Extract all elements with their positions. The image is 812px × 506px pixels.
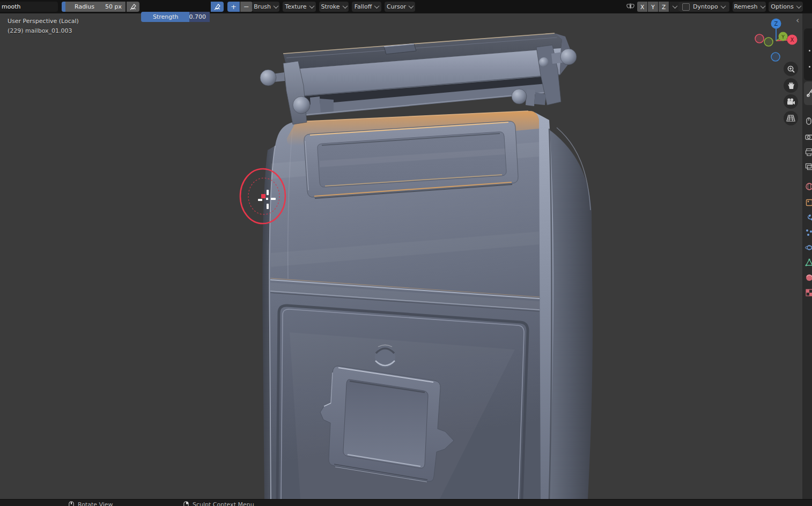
camera-view-button[interactable] <box>784 94 798 109</box>
cursor-menu[interactable]: Cursor <box>385 2 415 12</box>
symmetry-z-label: Z <box>662 4 666 10</box>
properties-editor-type-button[interactable] <box>804 28 812 80</box>
status-bar: Rotate View Sculpt Context Menu <box>0 499 812 506</box>
properties-tab-view-layer-icon[interactable] <box>804 162 812 172</box>
mailbox-body <box>260 33 593 499</box>
movie-camera-icon <box>786 98 795 106</box>
mailbox-model <box>0 13 812 499</box>
strength-value: 0.700 <box>189 13 206 20</box>
properties-tab-render-icon[interactable] <box>804 132 812 142</box>
stroke-menu[interactable]: Stroke <box>319 2 349 12</box>
dot-icon <box>809 50 810 51</box>
properties-tab-modifiers-wrench-icon[interactable] <box>804 213 812 222</box>
symmetry-y-toggle[interactable]: Y <box>648 2 658 12</box>
properties-tab-material-icon[interactable] <box>804 273 812 282</box>
mail-slot-plaque <box>304 121 518 198</box>
statusbar-rotate-view-hint: Rotate View <box>69 501 113 506</box>
stroke-menu-label: Stroke <box>321 3 339 10</box>
properties-tab-object-data-icon[interactable] <box>804 258 812 267</box>
navigation-gizmo[interactable]: Y Z X <box>752 16 802 65</box>
gizmo-axis-negative-x[interactable] <box>755 34 764 43</box>
toggle-orthographic-button[interactable] <box>784 111 798 125</box>
chevron-down-icon <box>672 3 677 9</box>
falloff-menu[interactable]: Falloff <box>352 2 381 12</box>
magnifier-plus-icon <box>787 65 795 73</box>
dyntopo-label: Dyntopo <box>693 3 718 10</box>
gizmo-axis-negative-z[interactable] <box>771 53 780 61</box>
chevron-down-icon <box>796 3 801 9</box>
properties-editor-tab-strip[interactable] <box>802 13 812 499</box>
remesh-menu[interactable]: Remesh <box>733 2 766 12</box>
chevron-down-icon <box>342 3 348 9</box>
chevron-down-icon <box>409 3 414 9</box>
properties-tab-tool-icon[interactable] <box>804 116 812 126</box>
viewport-overlay-object-name: (229) mailbox_01.003 <box>8 27 72 34</box>
dyntopo-menu[interactable]: Dyntopo <box>678 2 729 12</box>
mouse-middle-button-icon <box>69 501 74 506</box>
stylus-pressure-icon <box>213 3 221 11</box>
texture-menu-label: Texture <box>285 3 306 10</box>
strength-decrease-button[interactable]: − <box>240 2 253 12</box>
options-label: Options <box>771 3 793 10</box>
chevron-down-icon <box>273 3 278 9</box>
chevron-down-icon <box>309 3 314 9</box>
symmetry-y-label: Y <box>651 4 654 10</box>
properties-tab-active-tool[interactable] <box>804 81 812 105</box>
pan-view-button[interactable] <box>784 78 798 93</box>
strength-pressure-toggle[interactable] <box>211 2 224 12</box>
gizmo-z-label: Z <box>774 21 778 27</box>
mouse-right-button-icon <box>183 501 189 506</box>
texture-menu[interactable]: Texture <box>283 2 316 12</box>
properties-tab-texture-checker-icon[interactable] <box>804 288 812 297</box>
options-menu[interactable]: Options <box>769 2 803 12</box>
symmetry-x-label: X <box>640 4 644 10</box>
door-label-plate <box>320 366 454 482</box>
dyntopo-checkbox[interactable] <box>682 3 690 11</box>
chevron-down-icon <box>374 3 380 9</box>
brush-menu[interactable]: Brush <box>252 2 279 12</box>
strength-slider[interactable]: Strength 0.700 <box>141 12 210 22</box>
dot-icon <box>809 66 810 68</box>
sculpt-context-menu-label: Sculpt Context Menu <box>193 501 254 506</box>
properties-tab-particles-icon[interactable] <box>804 228 812 237</box>
gizmo-axis-negative-y[interactable] <box>764 38 773 46</box>
zoom-tool-button[interactable] <box>784 62 798 76</box>
blender-sculpt-mode-screen: { "header": { "brush_name_field": { "val… <box>0 0 812 506</box>
3d-viewport[interactable]: User Perspective (Local) (229) mailbox_0… <box>0 13 812 499</box>
strength-increase-button[interactable]: + <box>227 2 240 12</box>
strength-label: Strength <box>153 13 179 20</box>
radius-pressure-toggle[interactable] <box>127 2 139 12</box>
gizmo-x-label: X <box>791 37 794 43</box>
symmetry-z-toggle[interactable]: Z <box>659 2 669 12</box>
remesh-label: Remesh <box>734 3 757 10</box>
radius-slider[interactable]: Radius 50 px <box>62 2 126 12</box>
rotate-view-label: Rotate View <box>78 501 113 506</box>
viewport-overlay-perspective: User Perspective (Local) <box>8 18 79 25</box>
brush-name-field[interactable]: mooth <box>0 2 58 12</box>
properties-tab-object-icon[interactable] <box>804 198 812 207</box>
brush-name-text: mooth <box>2 3 20 10</box>
active-tool-icon <box>806 88 812 98</box>
radius-slider-fill <box>62 2 65 12</box>
brush-menu-label: Brush <box>254 3 271 10</box>
falloff-menu-label: Falloff <box>355 3 372 10</box>
perspective-grid-icon <box>786 114 795 122</box>
radius-label: Radius <box>75 3 94 10</box>
sculpt-header-bar: mooth Radius 50 px Strength 0.700 + − Br <box>0 0 812 13</box>
chevron-down-icon <box>760 3 765 9</box>
plus-icon: + <box>231 3 237 11</box>
hand-icon <box>787 81 795 90</box>
properties-tab-physics-icon[interactable] <box>804 243 812 252</box>
radius-value: 50 px <box>105 3 122 10</box>
statusbar-sculpt-context-menu-hint: Sculpt Context Menu <box>183 501 254 506</box>
stylus-pressure-icon <box>129 3 137 11</box>
door-knob-hole <box>375 346 395 368</box>
gizmo-y-label: Y <box>781 34 785 40</box>
symmetry-x-toggle[interactable]: X <box>637 2 647 12</box>
minus-icon: − <box>243 3 249 11</box>
symmetry-butterfly-icon <box>625 2 636 12</box>
properties-tab-output-icon[interactable] <box>804 147 812 157</box>
properties-tab-world-icon[interactable] <box>804 182 812 191</box>
chevron-down-icon <box>720 3 726 9</box>
cursor-menu-label: Cursor <box>387 3 406 10</box>
